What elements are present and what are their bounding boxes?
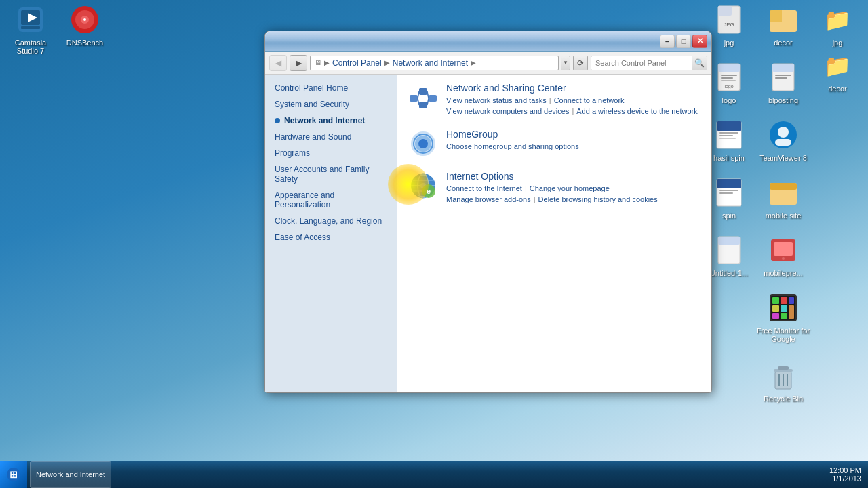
start-button[interactable]: ⊞ bbox=[0, 461, 27, 488]
network-sharing-links-row2: View network computers and devices | Add… bbox=[446, 107, 698, 115]
homegroup-body: HomeGroup Choose homegroup and sharing o… bbox=[446, 129, 579, 152]
computer-icon: 🖥 bbox=[315, 59, 321, 66]
mobilepre-icon bbox=[767, 234, 800, 266]
svg-point-68 bbox=[418, 139, 428, 148]
sidebar-item-network-internet[interactable]: Network and Internet bbox=[265, 113, 397, 129]
address-dropdown[interactable]: ▼ bbox=[561, 56, 570, 70]
svg-rect-17 bbox=[721, 80, 736, 81]
dnsbench-label: DNSBench bbox=[66, 39, 103, 47]
taskbar-window-button[interactable]: Network and Internet bbox=[30, 461, 111, 488]
svg-rect-50 bbox=[781, 313, 787, 319]
desktop-icon-mobilepre[interactable]: mobilepre... bbox=[756, 234, 810, 277]
view-network-status-link[interactable]: View network status and tasks bbox=[446, 96, 547, 104]
minimize-button[interactable]: – bbox=[660, 35, 675, 48]
decor2-label: decor bbox=[774, 39, 793, 47]
taskbar-clock: 12:00 PM 1/1/2013 bbox=[823, 466, 868, 483]
svg-rect-9 bbox=[718, 6, 732, 16]
svg-point-41 bbox=[782, 257, 785, 260]
homegroup-links-row1: Choose homegroup and sharing options bbox=[446, 142, 579, 150]
desktop-icon-free-monitor[interactable]: Free Monitor for Google bbox=[756, 291, 810, 343]
desktop-icon-blposting[interactable]: blposting bbox=[756, 61, 810, 104]
teamviewer-label: TeamViewer 8 bbox=[760, 154, 807, 162]
desktop-icon-teamviewer[interactable]: TeamViewer 8 bbox=[756, 119, 810, 162]
mobile-site-icon bbox=[767, 176, 800, 209]
breadcrumb-network-internet[interactable]: Network and Internet bbox=[393, 58, 468, 68]
desktop-icon-decor2[interactable]: decor bbox=[756, 3, 810, 47]
desktop-icon-mobile-site[interactable]: mobile site bbox=[756, 176, 810, 220]
svg-rect-40 bbox=[774, 242, 793, 256]
svg-line-62 bbox=[418, 92, 419, 98]
manage-addons-link[interactable]: Manage browser add-ons bbox=[446, 195, 531, 203]
svg-rect-61 bbox=[429, 95, 437, 102]
svg-point-7 bbox=[83, 18, 86, 21]
sidebar-item-appearance[interactable]: Appearance and Personalization bbox=[265, 187, 397, 213]
network-sharing-icon bbox=[408, 83, 438, 113]
homegroup-icon bbox=[408, 129, 438, 159]
sidebar-item-hardware-sound[interactable]: Hardware and Sound bbox=[265, 129, 397, 145]
breadcrumb-sep3: ▶ bbox=[471, 59, 476, 66]
desktop-icon-recycle-bin[interactable]: Recycle Bin bbox=[756, 359, 810, 403]
network-sharing-body: Network and Sharing Center View network … bbox=[446, 83, 701, 117]
sidebar-item-programs[interactable]: Programs bbox=[265, 145, 397, 161]
mobile-site-label: mobile site bbox=[766, 211, 802, 220]
active-dot bbox=[275, 118, 280, 123]
homegroup-links: Choose homegroup and sharing options bbox=[446, 142, 579, 152]
sidebar-item-ease-access[interactable]: Ease of Access bbox=[265, 229, 397, 245]
connect-to-internet-link[interactable]: Connect to the Internet bbox=[446, 184, 522, 192]
sep2: | bbox=[572, 107, 574, 115]
svg-rect-34 bbox=[719, 192, 733, 194]
search-button[interactable]: 🔍 bbox=[692, 56, 707, 70]
svg-rect-14 bbox=[718, 64, 740, 72]
connect-to-network-link[interactable]: Connect to a network bbox=[554, 96, 625, 104]
choose-homegroup-link[interactable]: Choose homegroup and sharing options bbox=[446, 142, 579, 150]
sidebar-item-system-security[interactable]: System and Security bbox=[265, 96, 397, 113]
view-network-computers-link[interactable]: View network computers and devices bbox=[446, 107, 569, 115]
svg-rect-22 bbox=[775, 77, 787, 79]
internet-options-icon: e bbox=[408, 171, 438, 201]
sidebar-label-control-panel-home: Control Panel Home bbox=[275, 83, 348, 93]
free-monitor-icon bbox=[767, 291, 800, 324]
network-sharing-section: Network and Sharing Center View network … bbox=[408, 83, 701, 117]
dnsbench-icon bbox=[68, 3, 101, 36]
sidebar-item-control-panel-home[interactable]: Control Panel Home bbox=[265, 80, 397, 96]
desktop-icon-decor[interactable]: 📁 decor bbox=[810, 49, 865, 93]
svg-rect-58 bbox=[410, 95, 418, 102]
breadcrumb-control-panel[interactable]: Control Panel bbox=[332, 58, 382, 68]
delete-browsing-history-link[interactable]: Delete browsing history and cookies bbox=[538, 195, 658, 203]
untitled-label: Untitled-1... bbox=[710, 269, 748, 277]
network-sharing-title[interactable]: Network and Sharing Center bbox=[446, 83, 701, 94]
svg-rect-54 bbox=[778, 366, 789, 370]
homegroup-title[interactable]: HomeGroup bbox=[446, 129, 579, 140]
address-bar: ◀ ▶ 🖥 ▶ Control Panel ▶ Network and Inte… bbox=[265, 52, 711, 75]
sidebar-item-clock-language[interactable]: Clock, Language, and Region bbox=[265, 213, 397, 229]
forward-button[interactable]: ▶ bbox=[290, 55, 307, 71]
logo-label: logo bbox=[722, 96, 736, 104]
back-button[interactable]: ◀ bbox=[269, 55, 287, 71]
refresh-button[interactable]: ⟳ bbox=[573, 56, 588, 70]
close-button[interactable]: ✕ bbox=[692, 35, 707, 48]
svg-rect-16 bbox=[721, 77, 733, 79]
svg-rect-27 bbox=[719, 138, 736, 139]
maximize-button[interactable]: □ bbox=[676, 35, 691, 48]
internet-options-title[interactable]: Internet Options bbox=[446, 171, 701, 182]
blposting-label: blposting bbox=[768, 96, 798, 104]
internet-options-links-row2: Manage browser add-ons | Delete browsing… bbox=[446, 195, 658, 203]
jpg-icon: 📁 bbox=[821, 3, 854, 36]
sidebar: Control Panel Home System and Security N… bbox=[265, 75, 397, 392]
desktop-icon-camtasia[interactable]: Camtasia Studio 7 bbox=[3, 3, 58, 55]
svg-rect-46 bbox=[789, 297, 794, 304]
svg-rect-36 bbox=[770, 183, 797, 190]
internet-options-links-row1: Connect to the Internet | Change your ho… bbox=[446, 184, 610, 192]
svg-rect-21 bbox=[775, 75, 791, 76]
desktop-icon-jpg[interactable]: 📁 jpg bbox=[810, 3, 865, 47]
change-homepage-link[interactable]: Change your homepage bbox=[530, 184, 610, 192]
desktop-icon-dnsbench[interactable]: DNSBench bbox=[58, 3, 112, 47]
svg-rect-15 bbox=[721, 75, 737, 76]
add-wireless-link[interactable]: Add a wireless device to the network bbox=[576, 107, 698, 115]
svg-rect-48 bbox=[781, 305, 787, 312]
svg-text:JPG: JPG bbox=[724, 22, 734, 28]
svg-text:e: e bbox=[427, 187, 431, 195]
camtasia-icon bbox=[14, 3, 47, 36]
search-input[interactable] bbox=[591, 56, 692, 70]
sidebar-item-user-accounts[interactable]: User Accounts and Family Safety bbox=[265, 161, 397, 187]
